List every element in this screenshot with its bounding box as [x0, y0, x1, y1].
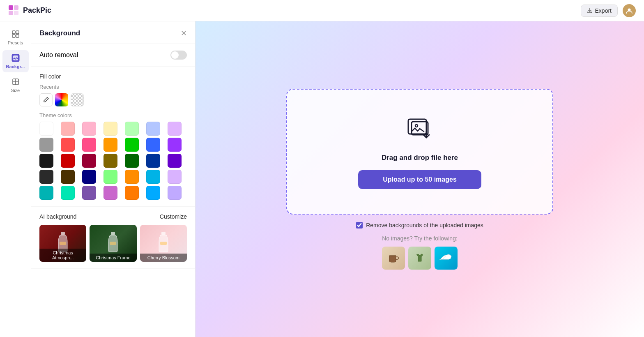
- color-swatch[interactable]: [104, 154, 117, 168]
- color-swatch[interactable]: [61, 122, 75, 136]
- sample-image-coffee[interactable]: [382, 247, 405, 270]
- avatar-icon: [626, 7, 633, 14]
- svg-rect-8: [16, 35, 19, 37]
- close-panel-button[interactable]: ✕: [181, 29, 187, 38]
- color-swatch[interactable]: [168, 186, 182, 200]
- color-swatch[interactable]: [146, 154, 160, 168]
- upload-drop-zone[interactable]: Drag and drop file here Upload up to 50 …: [286, 89, 553, 215]
- ai-background-grid: Christmas Atmosph... Christmas Frame Che…: [39, 225, 187, 262]
- color-swatch[interactable]: [82, 138, 96, 152]
- color-swatch[interactable]: [82, 170, 96, 184]
- ai-background-item-2[interactable]: Cherry Blossom: [140, 225, 187, 262]
- color-swatch[interactable]: [125, 186, 139, 200]
- ai-background-label: AI background: [39, 213, 76, 220]
- logo-text: PackPic: [23, 6, 51, 15]
- color-swatch[interactable]: [168, 122, 182, 136]
- auto-removal-toggle[interactable]: [170, 51, 187, 60]
- customize-link[interactable]: Customize: [160, 213, 187, 220]
- theme-colors-label: Theme colors: [39, 112, 187, 118]
- color-swatch[interactable]: [39, 154, 53, 168]
- sidebar-item-background[interactable]: Backgr...: [2, 50, 29, 72]
- panel-header: Background ✕: [31, 21, 195, 44]
- color-swatch[interactable]: [61, 186, 75, 200]
- color-swatch[interactable]: [61, 138, 75, 152]
- svg-rect-2: [9, 11, 13, 15]
- color-swatch[interactable]: [125, 138, 139, 152]
- color-swatch[interactable]: [125, 154, 139, 168]
- below-upload-area: Remove backgrounds of the uploaded image…: [356, 215, 483, 270]
- export-icon: [587, 8, 593, 14]
- remove-bg-label: Remove backgrounds of the uploaded image…: [366, 222, 483, 229]
- background-panel: Background ✕ Auto removal Fill color Rec…: [31, 21, 196, 337]
- background-icon: [11, 53, 20, 62]
- color-swatch[interactable]: [168, 154, 182, 168]
- app-body: Presets Backgr... Size Background ✕: [0, 21, 644, 337]
- color-swatch[interactable]: [39, 186, 53, 200]
- app-header: PackPic Export: [0, 0, 644, 21]
- svg-rect-16: [161, 232, 166, 235]
- user-avatar[interactable]: [623, 4, 636, 17]
- color-swatch[interactable]: [39, 122, 53, 136]
- logo: PackPic: [8, 5, 51, 16]
- color-swatch[interactable]: [82, 186, 96, 200]
- ai-item-label-0: Christmas Atmosph...: [39, 249, 86, 262]
- auto-removal-section: Auto removal: [31, 44, 195, 67]
- ai-background-item-0[interactable]: Christmas Atmosph...: [39, 225, 86, 262]
- color-swatch[interactable]: [82, 122, 96, 136]
- color-swatch[interactable]: [125, 170, 139, 184]
- color-swatch[interactable]: [146, 170, 160, 184]
- no-images-text: No images? Try the following:: [382, 235, 458, 242]
- remove-bg-checkbox[interactable]: [356, 222, 363, 229]
- color-swatch[interactable]: [125, 122, 139, 136]
- color-swatch[interactable]: [39, 170, 53, 184]
- color-swatch[interactable]: [39, 138, 53, 152]
- color-grid: [39, 122, 187, 200]
- remove-bg-checkbox-row: Remove backgrounds of the uploaded image…: [356, 222, 483, 229]
- svg-rect-13: [60, 242, 66, 245]
- svg-rect-17: [160, 242, 167, 245]
- svg-rect-0: [9, 5, 13, 10]
- color-swatch[interactable]: [168, 138, 182, 152]
- ai-section-header: AI background Customize: [39, 213, 187, 220]
- color-swatch[interactable]: [104, 170, 117, 184]
- ai-background-item-1[interactable]: Christmas Frame: [90, 225, 136, 262]
- upload-button[interactable]: Upload up to 50 images: [358, 170, 481, 189]
- svg-rect-12: [61, 232, 65, 235]
- svg-rect-3: [14, 11, 18, 15]
- svg-rect-5: [12, 31, 15, 34]
- svg-rect-14: [111, 232, 115, 235]
- sidebar-item-size[interactable]: Size: [2, 74, 29, 96]
- ai-background-section: AI background Customize Christmas Atmosp…: [31, 207, 195, 269]
- sample-image-shoe[interactable]: [435, 247, 458, 270]
- icon-sidebar: Presets Backgr... Size: [0, 21, 31, 337]
- rainbow-swatch[interactable]: [55, 93, 68, 106]
- auto-removal-row: Auto removal: [39, 51, 187, 60]
- color-swatch[interactable]: [61, 154, 75, 168]
- color-swatch[interactable]: [104, 186, 117, 200]
- color-swatch[interactable]: [61, 170, 75, 184]
- sidebar-item-presets[interactable]: Presets: [2, 26, 29, 48]
- export-button[interactable]: Export: [581, 5, 618, 17]
- sample-image-shirt[interactable]: [408, 247, 431, 270]
- ai-item-label-1: Christmas Frame: [90, 254, 136, 262]
- color-swatch[interactable]: [168, 170, 182, 184]
- color-swatch[interactable]: [146, 186, 160, 200]
- presets-icon: [11, 30, 20, 39]
- fill-color-label: Fill color: [39, 73, 187, 80]
- upload-icon: [405, 114, 435, 145]
- logo-icon: [8, 5, 20, 16]
- svg-point-21: [389, 255, 396, 256]
- svg-rect-15: [110, 242, 116, 245]
- color-swatch[interactable]: [146, 138, 160, 152]
- color-swatch[interactable]: [104, 122, 117, 136]
- panel-title: Background: [39, 29, 80, 37]
- svg-point-20: [415, 125, 418, 127]
- sample-images-row: [382, 247, 458, 270]
- color-swatch[interactable]: [104, 138, 117, 152]
- main-canvas-area: Drag and drop file here Upload up to 50 …: [196, 21, 644, 337]
- pen-swatch[interactable]: [39, 93, 53, 106]
- color-swatch[interactable]: [82, 154, 96, 168]
- size-icon: [11, 77, 20, 86]
- color-swatch[interactable]: [146, 122, 160, 136]
- transparent-swatch[interactable]: [71, 93, 84, 106]
